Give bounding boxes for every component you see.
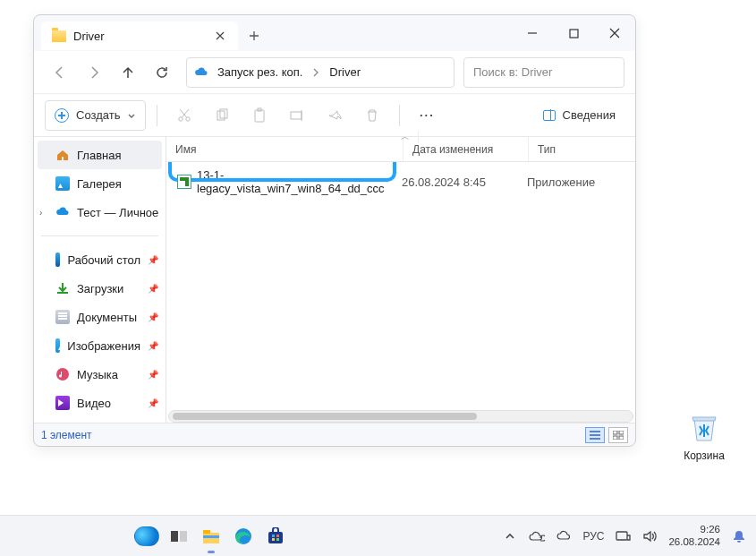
file-row[interactable]: 13-1-legacy_vista_win7_win8_64_dd_ccc 26…: [175, 169, 626, 194]
store-taskbar-button[interactable]: [263, 524, 288, 549]
sidebar-label: Документы: [77, 311, 137, 324]
start-button[interactable]: [134, 524, 159, 549]
svg-rect-19: [268, 532, 283, 543]
horizontal-scrollbar[interactable]: [168, 410, 633, 423]
onedrive-tray-icon[interactable]: [529, 528, 545, 544]
tray-overflow-button[interactable]: [502, 528, 518, 544]
sidebar-item-desktop[interactable]: Рабочий стол 📌: [34, 245, 166, 274]
onedrive-icon: [55, 205, 70, 219]
tab-title: Driver: [73, 30, 202, 43]
chevron-right-icon[interactable]: ›: [39, 208, 42, 218]
onedrive-sync-icon[interactable]: [556, 528, 572, 544]
sidebar-label: Рабочий стол: [67, 253, 140, 267]
svg-rect-16: [203, 530, 210, 534]
sidebar-item-documents[interactable]: Документы 📌: [34, 303, 166, 331]
svg-rect-10: [619, 431, 624, 434]
nav-toolbar: Запуск рез. коп. Driver Поиск в: Driver: [34, 51, 635, 94]
file-list[interactable]: 13-1-legacy_vista_win7_win8_64_dd_ccc 26…: [166, 162, 635, 410]
recycle-bin[interactable]: Корзина: [673, 408, 735, 462]
sidebar-item-videos[interactable]: Видео 📌: [34, 389, 166, 417]
sidebar-item-downloads[interactable]: Загрузки 📌: [34, 274, 166, 303]
rename-button[interactable]: [281, 100, 313, 131]
breadcrumb-root[interactable]: Запуск рез. коп.: [212, 62, 308, 82]
share-button[interactable]: [319, 100, 351, 131]
pin-icon: 📌: [148, 255, 158, 265]
taskbar: РУС 9:26 26.08.2024: [0, 515, 756, 556]
back-button[interactable]: [45, 57, 75, 88]
svg-rect-11: [613, 436, 617, 440]
cut-button[interactable]: [168, 100, 200, 131]
svg-rect-22: [272, 538, 275, 541]
svg-rect-23: [276, 538, 279, 541]
notifications-button[interactable]: [731, 528, 747, 544]
svg-point-2: [186, 116, 190, 120]
sidebar-item-onedrive[interactable]: › Тест — Личное: [34, 198, 166, 227]
chevron-up-icon[interactable]: ︿: [383, 131, 419, 143]
more-button[interactable]: ···: [411, 100, 443, 131]
svg-point-8: [56, 368, 69, 381]
file-date: 26.08.2024 8:45: [402, 175, 527, 189]
minimize-button[interactable]: [512, 15, 553, 51]
svg-rect-20: [272, 535, 275, 537]
forward-button[interactable]: [79, 57, 109, 88]
up-button[interactable]: [113, 57, 143, 88]
network-icon[interactable]: [615, 528, 631, 544]
status-bar: 1 элемент: [34, 423, 635, 446]
date: 26.08.2024: [668, 536, 720, 549]
pin-icon: 📌: [148, 284, 158, 294]
content-pane: ︿ Имя Дата изменения Тип 13-1-legacy_vis…: [166, 137, 635, 423]
paste-button[interactable]: [243, 100, 276, 131]
tab-close-button[interactable]: [209, 25, 231, 47]
icons-view-button[interactable]: [608, 427, 628, 443]
nav-sidebar: Главная Галерея › Тест — Личное Рабочий …: [34, 137, 166, 423]
breadcrumb-current[interactable]: Driver: [324, 62, 366, 82]
details-pane-button[interactable]: Сведения: [534, 100, 624, 131]
edge-taskbar-button[interactable]: [231, 524, 256, 549]
scrollbar-thumb[interactable]: [173, 413, 477, 420]
new-tab-button[interactable]: [238, 21, 270, 50]
sidebar-label: Главная: [77, 149, 121, 162]
refresh-button[interactable]: [147, 57, 177, 88]
downloads-icon: [55, 281, 70, 295]
copy-button[interactable]: [206, 100, 238, 131]
file-explorer-taskbar-button[interactable]: [199, 524, 224, 549]
svg-rect-12: [619, 436, 624, 440]
sidebar-item-home[interactable]: Главная: [38, 141, 162, 169]
pictures-icon: [55, 338, 60, 353]
maximize-button[interactable]: [553, 15, 594, 51]
details-icon: [543, 110, 556, 121]
task-view-button[interactable]: [166, 524, 191, 549]
close-button[interactable]: [594, 15, 635, 51]
chevron-down-icon: [127, 111, 136, 120]
window-tab[interactable]: Driver: [41, 21, 238, 50]
svg-rect-13: [171, 531, 178, 542]
pin-icon: 📌: [148, 312, 158, 322]
sidebar-label: Видео: [77, 397, 111, 410]
sidebar-item-music[interactable]: Музыка 📌: [34, 360, 166, 389]
svg-rect-0: [570, 30, 578, 38]
status-text: 1 элемент: [41, 429, 92, 441]
sidebar-item-gallery[interactable]: Галерея: [34, 169, 166, 198]
system-tray: РУС 9:26 26.08.2024: [502, 524, 747, 549]
search-input[interactable]: Поиск в: Driver: [463, 57, 624, 88]
details-label: Сведения: [563, 108, 616, 122]
address-bar[interactable]: Запуск рез. коп. Driver: [186, 57, 454, 88]
col-header-type[interactable]: Тип: [529, 137, 635, 161]
chevron-right-icon: [311, 68, 320, 77]
col-header-date[interactable]: Дата изменения: [403, 137, 529, 161]
delete-button[interactable]: [356, 100, 388, 131]
col-header-name[interactable]: Имя: [166, 137, 403, 161]
music-icon: [55, 367, 70, 381]
language-indicator[interactable]: РУС: [582, 528, 604, 544]
documents-icon: [55, 310, 70, 324]
details-view-button[interactable]: [585, 427, 605, 443]
pin-icon: 📌: [148, 370, 158, 380]
recycle-bin-icon: [685, 408, 723, 446]
create-button[interactable]: Создать: [45, 100, 146, 131]
clock[interactable]: 9:26 26.08.2024: [668, 524, 720, 549]
volume-icon[interactable]: [641, 528, 658, 544]
file-type: Приложение: [527, 175, 626, 189]
sidebar-label: Музыка: [77, 368, 118, 381]
desktop-icon: [55, 252, 60, 267]
sidebar-item-pictures[interactable]: Изображения 📌: [34, 331, 166, 360]
